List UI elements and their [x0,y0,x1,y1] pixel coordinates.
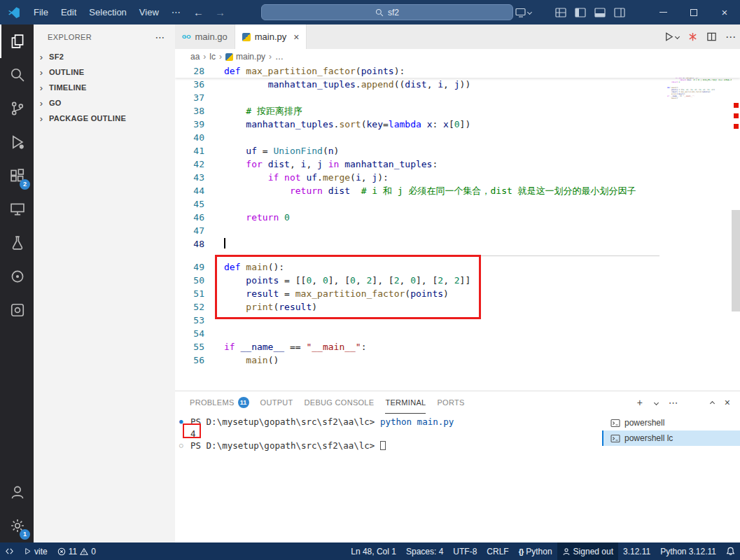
maximize-panel-icon[interactable] [710,401,715,406]
statusbar-remote-indicator[interactable] [0,542,19,560]
code-line[interactable]: 37 [175,91,740,104]
statusbar-python-env-version[interactable]: 3.12.11 [618,542,655,560]
code-line[interactable]: 45 [175,197,740,211]
activity-extensions-button[interactable]: 2 [0,159,34,192]
code-line[interactable]: 47 [175,224,740,237]
toggle-primary-sidebar-icon[interactable] [571,0,590,24]
breadcrumb-item-lc[interactable]: lc [209,52,216,62]
close-icon[interactable]: × [293,31,299,43]
statusbar-accounts[interactable]: Signed out [557,542,618,560]
panel-tab-terminal[interactable]: TERMINAL [385,391,426,414]
sidebar-section-outline[interactable]: ›OUTLINE [34,64,175,80]
code-line[interactable]: 38 # 按距离排序 [175,104,740,118]
account-button[interactable] [0,475,34,509]
statusbar-cursor-position[interactable]: Ln 48, Col 1 [346,542,401,560]
code-line[interactable]: 46 return 0 [175,211,740,224]
sidebar-section-timeline[interactable]: ›TIMELINE [34,80,175,95]
maximize-button[interactable] [678,0,709,24]
tab-main-go[interactable]: GOmain.go [175,24,235,49]
chevron-right-icon: › [36,113,46,124]
menubar-more-button[interactable]: ⋯ [165,0,187,24]
activity-explorer-button[interactable] [0,24,34,58]
sticky-line[interactable]: 28 def max_partition_factor(points): [175,64,740,78]
statusbar-end-of-line[interactable]: CRLF [482,542,513,560]
breadcrumb: aa›lc›main.py›… [175,49,740,64]
command-center-search[interactable]: sf2 [261,4,513,20]
code-line[interactable]: 41 uf = UnionFind(n) [175,144,740,158]
code-line[interactable]: 56 main() [175,354,740,367]
terminal-output[interactable]: ●PS D:\mysetup\gopath\src\sf2\aa\lc> pyt… [175,414,602,542]
tab-main-py[interactable]: main.py× [235,24,307,49]
code-line[interactable]: 50 points = [[0, 0], [0, 2], [2, 0], [2,… [175,274,740,287]
command-decoration-icon[interactable]: ● [179,416,183,428]
code-line[interactable]: 53 [175,314,740,327]
sidebar-section-package-outline[interactable]: ›PACKAGE OUTLINE [34,111,175,126]
breadcrumb-item-[interactable]: … [275,52,284,62]
run-python-file-button[interactable] [664,31,679,42]
terminal-profile-chevron-icon[interactable] [654,400,659,405]
search-value: sf2 [388,8,399,18]
close-window-button[interactable]: × [709,0,740,24]
title-bar: FileEditSelectionView⋯ ← → sf2 [0,0,740,24]
statusbar-task-vite[interactable]: vite [19,542,53,560]
activity-extension-a-button[interactable] [0,260,34,293]
toggle-panel-icon[interactable] [590,0,610,24]
terminal-list-item-powershell-lc[interactable]: powershell lc [602,430,740,446]
code-line[interactable]: 49def main(): [175,260,740,274]
editor-more-actions-icon[interactable]: ⋯ [725,31,736,43]
forward-arrow-icon[interactable]: → [215,6,225,18]
sidebar-section-go[interactable]: ›GO [34,95,175,111]
command-decoration-icon[interactable]: ○ [179,440,183,451]
breadcrumb-item-aa[interactable]: aa [190,52,200,62]
code-line[interactable]: 48 [175,237,740,251]
split-editor-icon[interactable] [706,31,717,42]
code-editor[interactable]: 28 def max_partition_factor(points): 36 … [175,64,740,391]
sidebar-more-actions-icon[interactable]: ⋯ [155,31,165,43]
statusbar-language-mode[interactable]: {}Python [514,542,557,560]
formatter-extension-icon[interactable] [687,31,698,42]
activity-extension-b-button[interactable] [0,293,34,327]
statusbar-notifications[interactable] [721,542,740,560]
code-line[interactable]: 36 manhattan_tuples.append((dist, i, j)) [175,78,740,91]
activity-remote-explorer-button[interactable] [0,192,34,226]
code-line[interactable]: 40 [175,131,740,144]
code-line[interactable]: 55if __name__ == "__main__": [175,340,740,354]
layout-control-icon[interactable] [513,0,533,24]
statusbar-python-interpreter[interactable]: Python 3.12.11 [655,542,721,560]
new-terminal-icon[interactable]: + [637,397,643,408]
menu-edit[interactable]: Edit [55,0,83,24]
back-arrow-icon[interactable]: ← [193,6,204,18]
panel-tab-ports[interactable]: PORTS [437,391,464,414]
statusbar-indentation[interactable]: Spaces: 4 [401,542,448,560]
code-line[interactable]: 52 print(result) [175,300,740,314]
panel-tab-debug-console[interactable]: DEBUG CONSOLE [305,391,375,414]
panel-more-actions-icon[interactable]: ⋯ [669,397,678,408]
toggle-secondary-sidebar-icon[interactable] [610,0,629,24]
menu-file[interactable]: File [27,0,55,24]
close-panel-icon[interactable]: × [725,397,730,408]
settings-button[interactable]: 1 [0,509,34,542]
code-line[interactable]: 44 return dist # i 和 j 必须在同一个集合，dist 就是这… [175,184,740,197]
code-line[interactable]: 43 if not uf.merge(i, j): [175,171,740,184]
activity-source-control-button[interactable] [0,92,34,125]
activity-run-debug-button[interactable] [0,125,34,159]
activity-testing-button[interactable] [0,226,34,260]
customize-layout-icon[interactable] [551,0,571,24]
panel-tab-problems[interactable]: PROBLEMS11 [190,391,249,414]
menu-selection[interactable]: Selection [83,0,132,24]
scrollbar-thumb[interactable] [732,210,740,312]
menu-view[interactable]: View [133,0,165,24]
breadcrumb-item-main-py[interactable]: main.py [225,52,265,62]
code-line[interactable]: 39 manhattan_tuples.sort(key=lambda x: x… [175,118,740,131]
status-bar: vite110 Ln 48, Col 1Spaces: 4UTF-8CRLF{}… [0,542,740,560]
statusbar-encoding[interactable]: UTF-8 [448,542,482,560]
code-line[interactable]: 42 for dist, i, j in manhattan_tuples: [175,158,740,171]
minimize-button[interactable] [648,0,678,24]
activity-search-button[interactable] [0,58,34,92]
statusbar-problems-summary[interactable]: 110 [53,542,101,560]
code-line[interactable]: 51 result = max_partition_factor(points) [175,287,740,300]
panel-tab-output[interactable]: OUTPUT [260,391,293,414]
sidebar-section-sf2[interactable]: ›SF2 [34,49,175,64]
code-line[interactable]: 54 [175,327,740,340]
terminal-list-item-powershell[interactable]: powershell [602,415,740,430]
